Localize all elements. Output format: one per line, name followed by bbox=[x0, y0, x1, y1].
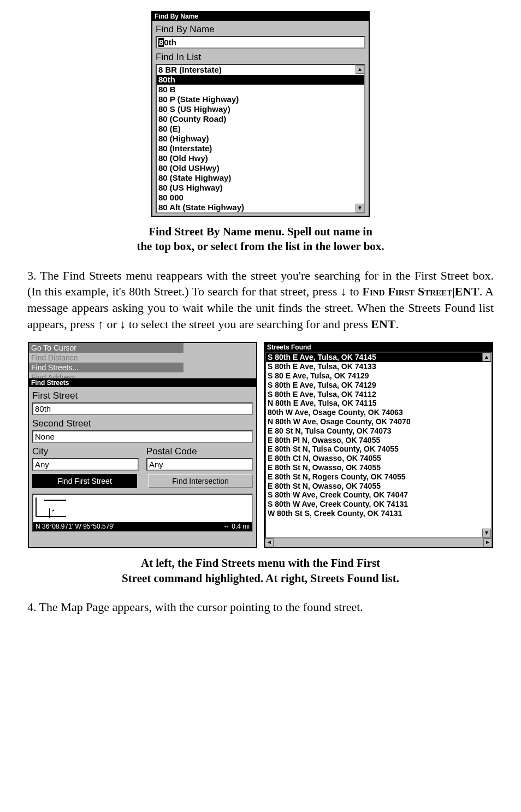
step-3-text: 3. The Find Streets menu reappears with … bbox=[27, 268, 494, 333]
find-by-name-label: Find By Name bbox=[156, 24, 365, 35]
step-4-text: 4. The Map Page appears, with the cursor… bbox=[27, 599, 494, 615]
list-item[interactable]: S 80th W Ave, Creek County, OK 74131 bbox=[266, 500, 491, 509]
ghost-distance: Find Distance bbox=[29, 353, 183, 363]
second-street-input[interactable]: None bbox=[32, 430, 253, 443]
list-item[interactable]: S 80th E Ave, Tulsa, OK 74133 bbox=[266, 362, 491, 371]
map-statusbar: N 36°08.971' W 95°50.579' ↔ 0.4 mi bbox=[33, 522, 252, 531]
ghost-streets: Find Streets... bbox=[29, 363, 183, 372]
second-street-label: Second Street bbox=[32, 418, 253, 429]
list-item[interactable]: N 80th E Ave, Tulsa, OK 74115 bbox=[266, 399, 491, 408]
list-item[interactable]: E 80th Pl N, Owasso, OK 74055 bbox=[266, 436, 491, 445]
streets-found-screenshot: Streets Found ▲ ▼ S 80th E Ave, Tulsa, O… bbox=[264, 342, 493, 548]
scroll-up-icon[interactable]: ▲ bbox=[482, 353, 491, 361]
list-item[interactable]: 80 (Highway) bbox=[157, 134, 364, 144]
list-item[interactable]: N 80th W Ave, Osage County, OK 74070 bbox=[266, 417, 491, 426]
first-street-input[interactable]: 80th bbox=[32, 402, 253, 415]
streets-found-titlebar: Streets Found bbox=[265, 343, 492, 352]
ghost-cursor: Go To Cursor bbox=[29, 343, 183, 353]
list-item[interactable]: E 80 St N, Tulsa County, OK 74073 bbox=[266, 426, 491, 436]
list-item[interactable]: E 80th St N, Owasso, OK 74055 bbox=[266, 482, 491, 491]
find-by-name-screenshot: Find By Name Find By Name 80th Find In L… bbox=[151, 11, 370, 217]
mini-map: N 36°08.971' W 95°50.579' ↔ 0.4 mi bbox=[32, 494, 253, 532]
list-item[interactable]: S 80th E Ave, Tulsa, OK 74112 bbox=[266, 390, 491, 399]
list-item[interactable]: E 80th St N, Tulsa County, OK 74055 bbox=[266, 444, 491, 454]
find-by-name-titlebar: Find By Name bbox=[152, 12, 369, 21]
postal-label: Postal Code bbox=[146, 446, 253, 457]
list-item[interactable]: 80 P (State Highway) bbox=[157, 94, 364, 104]
input-rest: 0th bbox=[164, 38, 176, 47]
scroll-right-icon[interactable]: ► bbox=[483, 538, 492, 547]
scroll-left-icon[interactable]: ◄ bbox=[265, 538, 274, 547]
find-streets-screenshot: Go To Cursor Find Distance Find Streets.… bbox=[28, 342, 257, 548]
find-by-name-input[interactable]: 80th bbox=[156, 36, 365, 49]
figure2-caption: At left, the Find Streets menu with the … bbox=[27, 556, 494, 586]
city-input[interactable]: Any bbox=[32, 458, 139, 471]
list-item[interactable]: S 80th E Ave, Tulsa, OK 74145 bbox=[266, 353, 491, 362]
list-item[interactable]: 80th bbox=[157, 75, 364, 85]
list-item[interactable]: 80 (US Highway) bbox=[157, 183, 364, 193]
find-first-street-button[interactable]: Find First Street bbox=[32, 474, 137, 488]
list-item[interactable]: E 80th St N, Owasso, OK 74055 bbox=[266, 463, 491, 472]
first-street-label: First Street bbox=[32, 390, 253, 401]
list-item[interactable]: E 80th Ct N, Owasso, OK 74055 bbox=[266, 454, 491, 463]
list-item[interactable]: S 80th E Ave, Tulsa, OK 74129 bbox=[266, 381, 491, 390]
find-by-name-list[interactable]: ▲ ▼ 8 BR (Interstate)80th80 B80 P (State… bbox=[156, 64, 365, 214]
list-item[interactable]: W 80th St S, Creek County, OK 74131 bbox=[266, 509, 491, 518]
list-item[interactable]: 80th W Ave, Osage County, OK 74063 bbox=[266, 408, 491, 417]
scroll-down-icon[interactable]: ▼ bbox=[482, 529, 491, 537]
list-item[interactable]: 80 (Interstate) bbox=[157, 144, 364, 153]
find-streets-titlebar: Find Streets bbox=[29, 378, 256, 387]
ghost-address: Find Address... bbox=[29, 372, 183, 378]
list-item[interactable]: 80 (Old Hwy) bbox=[157, 153, 364, 163]
list-item[interactable]: 80 B bbox=[157, 85, 364, 94]
postal-input[interactable]: Any bbox=[146, 458, 253, 471]
list-item[interactable]: 8 BR (Interstate) bbox=[157, 65, 364, 75]
list-item[interactable]: S 80 E Ave, Tulsa, OK 74129 bbox=[266, 371, 491, 381]
city-label: City bbox=[32, 446, 139, 457]
list-item[interactable]: S 80th W Ave, Creek County, OK 74047 bbox=[266, 490, 491, 500]
list-item[interactable]: 80 Alt (State Highway) bbox=[157, 203, 364, 212]
figure1-caption: Find Street By Name menu. Spell out name… bbox=[27, 224, 494, 254]
list-item[interactable]: E 80th St N, Rogers County, OK 74055 bbox=[266, 472, 491, 482]
list-item[interactable]: 80 (E) bbox=[157, 124, 364, 134]
map-roads-icon bbox=[33, 495, 252, 522]
find-in-list-label: Find In List bbox=[156, 52, 365, 63]
find-intersection-button[interactable]: Find Intersection bbox=[148, 474, 253, 488]
scroll-up-icon[interactable]: ▲ bbox=[356, 65, 364, 74]
list-item[interactable]: 80 (State Highway) bbox=[157, 173, 364, 183]
list-item[interactable]: 80 (County Road) bbox=[157, 114, 364, 124]
list-item[interactable]: 80 000 bbox=[157, 193, 364, 203]
list-item[interactable]: 80 S (US Highway) bbox=[157, 104, 364, 114]
scroll-down-icon[interactable]: ▼ bbox=[356, 204, 364, 212]
streets-found-list[interactable]: ▲ ▼ S 80th E Ave, Tulsa, OK 74145S 80th … bbox=[265, 352, 492, 538]
input-caret: 8 bbox=[158, 38, 164, 47]
list-item[interactable]: 80 (Old USHwy) bbox=[157, 163, 364, 173]
